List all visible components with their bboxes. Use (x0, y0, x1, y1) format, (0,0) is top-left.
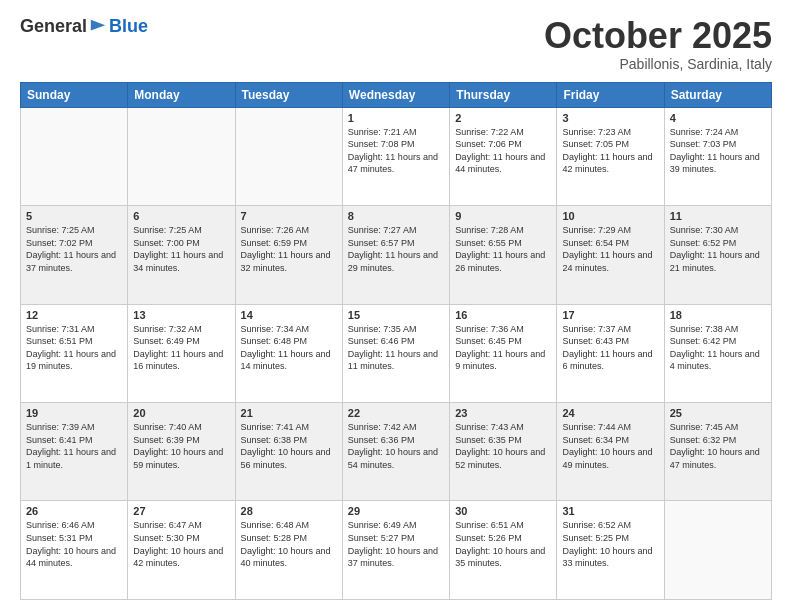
header-saturday: Saturday (664, 82, 771, 107)
day-info: Sunrise: 7:39 AMSunset: 6:41 PMDaylight:… (26, 421, 122, 471)
day-number: 4 (670, 112, 766, 124)
day-info: Sunrise: 7:45 AMSunset: 6:32 PMDaylight:… (670, 421, 766, 471)
table-cell: 9Sunrise: 7:28 AMSunset: 6:55 PMDaylight… (450, 206, 557, 304)
day-info: Sunrise: 7:32 AMSunset: 6:49 PMDaylight:… (133, 323, 229, 373)
table-cell: 11Sunrise: 7:30 AMSunset: 6:52 PMDayligh… (664, 206, 771, 304)
header-monday: Monday (128, 82, 235, 107)
table-cell: 17Sunrise: 7:37 AMSunset: 6:43 PMDayligh… (557, 304, 664, 402)
table-cell: 29Sunrise: 6:49 AMSunset: 5:27 PMDayligh… (342, 501, 449, 600)
day-info: Sunrise: 7:40 AMSunset: 6:39 PMDaylight:… (133, 421, 229, 471)
day-info: Sunrise: 7:34 AMSunset: 6:48 PMDaylight:… (241, 323, 337, 373)
day-info: Sunrise: 6:51 AMSunset: 5:26 PMDaylight:… (455, 519, 551, 569)
week-row-2: 12Sunrise: 7:31 AMSunset: 6:51 PMDayligh… (21, 304, 772, 402)
page: General Blue October 2025 Pabillonis, Sa… (0, 0, 792, 612)
day-number: 22 (348, 407, 444, 419)
day-info: Sunrise: 7:31 AMSunset: 6:51 PMDaylight:… (26, 323, 122, 373)
table-cell: 21Sunrise: 7:41 AMSunset: 6:38 PMDayligh… (235, 403, 342, 501)
day-info: Sunrise: 7:36 AMSunset: 6:45 PMDaylight:… (455, 323, 551, 373)
day-number: 11 (670, 210, 766, 222)
table-cell: 6Sunrise: 7:25 AMSunset: 7:00 PMDaylight… (128, 206, 235, 304)
header-friday: Friday (557, 82, 664, 107)
week-row-4: 26Sunrise: 6:46 AMSunset: 5:31 PMDayligh… (21, 501, 772, 600)
day-number: 17 (562, 309, 658, 321)
day-number: 15 (348, 309, 444, 321)
day-info: Sunrise: 6:47 AMSunset: 5:30 PMDaylight:… (133, 519, 229, 569)
table-cell: 4Sunrise: 7:24 AMSunset: 7:03 PMDaylight… (664, 107, 771, 205)
day-info: Sunrise: 6:48 AMSunset: 5:28 PMDaylight:… (241, 519, 337, 569)
table-cell (664, 501, 771, 600)
day-info: Sunrise: 7:25 AMSunset: 7:00 PMDaylight:… (133, 224, 229, 274)
header-tuesday: Tuesday (235, 82, 342, 107)
table-cell: 13Sunrise: 7:32 AMSunset: 6:49 PMDayligh… (128, 304, 235, 402)
table-cell: 19Sunrise: 7:39 AMSunset: 6:41 PMDayligh… (21, 403, 128, 501)
day-number: 3 (562, 112, 658, 124)
table-cell: 18Sunrise: 7:38 AMSunset: 6:42 PMDayligh… (664, 304, 771, 402)
logo: General Blue (20, 16, 148, 37)
header-sunday: Sunday (21, 82, 128, 107)
day-info: Sunrise: 7:28 AMSunset: 6:55 PMDaylight:… (455, 224, 551, 274)
day-number: 2 (455, 112, 551, 124)
week-row-3: 19Sunrise: 7:39 AMSunset: 6:41 PMDayligh… (21, 403, 772, 501)
table-cell: 20Sunrise: 7:40 AMSunset: 6:39 PMDayligh… (128, 403, 235, 501)
day-number: 8 (348, 210, 444, 222)
month-title: October 2025 (544, 16, 772, 56)
table-cell: 14Sunrise: 7:34 AMSunset: 6:48 PMDayligh… (235, 304, 342, 402)
day-number: 23 (455, 407, 551, 419)
table-cell: 27Sunrise: 6:47 AMSunset: 5:30 PMDayligh… (128, 501, 235, 600)
day-info: Sunrise: 7:35 AMSunset: 6:46 PMDaylight:… (348, 323, 444, 373)
day-info: Sunrise: 7:24 AMSunset: 7:03 PMDaylight:… (670, 126, 766, 176)
logo-text: General Blue (20, 16, 148, 37)
calendar-table: Sunday Monday Tuesday Wednesday Thursday… (20, 82, 772, 600)
table-cell: 10Sunrise: 7:29 AMSunset: 6:54 PMDayligh… (557, 206, 664, 304)
day-number: 19 (26, 407, 122, 419)
day-number: 27 (133, 505, 229, 517)
title-section: October 2025 Pabillonis, Sardinia, Italy (544, 16, 772, 72)
day-number: 20 (133, 407, 229, 419)
day-number: 5 (26, 210, 122, 222)
week-row-0: 1Sunrise: 7:21 AMSunset: 7:08 PMDaylight… (21, 107, 772, 205)
day-info: Sunrise: 6:52 AMSunset: 5:25 PMDaylight:… (562, 519, 658, 569)
day-info: Sunrise: 7:30 AMSunset: 6:52 PMDaylight:… (670, 224, 766, 274)
table-cell: 24Sunrise: 7:44 AMSunset: 6:34 PMDayligh… (557, 403, 664, 501)
day-info: Sunrise: 7:37 AMSunset: 6:43 PMDaylight:… (562, 323, 658, 373)
day-info: Sunrise: 6:46 AMSunset: 5:31 PMDaylight:… (26, 519, 122, 569)
table-cell: 2Sunrise: 7:22 AMSunset: 7:06 PMDaylight… (450, 107, 557, 205)
day-info: Sunrise: 7:43 AMSunset: 6:35 PMDaylight:… (455, 421, 551, 471)
logo-blue: Blue (109, 16, 148, 37)
table-cell: 7Sunrise: 7:26 AMSunset: 6:59 PMDaylight… (235, 206, 342, 304)
header-thursday: Thursday (450, 82, 557, 107)
logo-flag-icon (89, 18, 107, 36)
day-number: 26 (26, 505, 122, 517)
table-cell (21, 107, 128, 205)
day-info: Sunrise: 7:22 AMSunset: 7:06 PMDaylight:… (455, 126, 551, 176)
table-cell: 28Sunrise: 6:48 AMSunset: 5:28 PMDayligh… (235, 501, 342, 600)
day-number: 7 (241, 210, 337, 222)
day-info: Sunrise: 7:25 AMSunset: 7:02 PMDaylight:… (26, 224, 122, 274)
day-info: Sunrise: 7:42 AMSunset: 6:36 PMDaylight:… (348, 421, 444, 471)
table-cell: 5Sunrise: 7:25 AMSunset: 7:02 PMDaylight… (21, 206, 128, 304)
day-number: 25 (670, 407, 766, 419)
day-info: Sunrise: 7:27 AMSunset: 6:57 PMDaylight:… (348, 224, 444, 274)
header-wednesday: Wednesday (342, 82, 449, 107)
day-info: Sunrise: 7:21 AMSunset: 7:08 PMDaylight:… (348, 126, 444, 176)
table-cell: 31Sunrise: 6:52 AMSunset: 5:25 PMDayligh… (557, 501, 664, 600)
day-info: Sunrise: 7:41 AMSunset: 6:38 PMDaylight:… (241, 421, 337, 471)
table-cell: 30Sunrise: 6:51 AMSunset: 5:26 PMDayligh… (450, 501, 557, 600)
day-number: 1 (348, 112, 444, 124)
day-info: Sunrise: 7:26 AMSunset: 6:59 PMDaylight:… (241, 224, 337, 274)
day-number: 9 (455, 210, 551, 222)
day-info: Sunrise: 7:29 AMSunset: 6:54 PMDaylight:… (562, 224, 658, 274)
table-cell: 3Sunrise: 7:23 AMSunset: 7:05 PMDaylight… (557, 107, 664, 205)
day-info: Sunrise: 7:23 AMSunset: 7:05 PMDaylight:… (562, 126, 658, 176)
day-number: 10 (562, 210, 658, 222)
table-cell: 22Sunrise: 7:42 AMSunset: 6:36 PMDayligh… (342, 403, 449, 501)
weekday-header-row: Sunday Monday Tuesday Wednesday Thursday… (21, 82, 772, 107)
day-number: 18 (670, 309, 766, 321)
day-number: 31 (562, 505, 658, 517)
day-number: 24 (562, 407, 658, 419)
day-number: 30 (455, 505, 551, 517)
header: General Blue October 2025 Pabillonis, Sa… (20, 16, 772, 72)
day-number: 29 (348, 505, 444, 517)
table-cell: 1Sunrise: 7:21 AMSunset: 7:08 PMDaylight… (342, 107, 449, 205)
location: Pabillonis, Sardinia, Italy (544, 56, 772, 72)
